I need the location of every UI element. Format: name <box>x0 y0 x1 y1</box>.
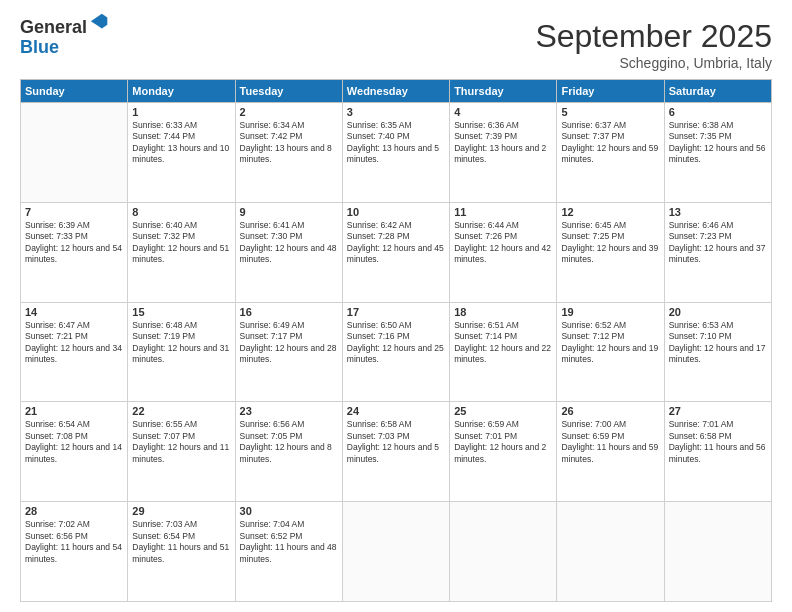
table-row: 19Sunrise: 6:52 AM Sunset: 7:12 PM Dayli… <box>557 302 664 402</box>
day-number: 11 <box>454 206 552 218</box>
calendar-header-row: Sunday Monday Tuesday Wednesday Thursday… <box>21 80 772 103</box>
table-row: 22Sunrise: 6:55 AM Sunset: 7:07 PM Dayli… <box>128 402 235 502</box>
table-row: 18Sunrise: 6:51 AM Sunset: 7:14 PM Dayli… <box>450 302 557 402</box>
day-info: Sunrise: 6:33 AM Sunset: 7:44 PM Dayligh… <box>132 120 230 166</box>
day-info: Sunrise: 6:34 AM Sunset: 7:42 PM Dayligh… <box>240 120 338 166</box>
day-number: 20 <box>669 306 767 318</box>
day-info: Sunrise: 7:04 AM Sunset: 6:52 PM Dayligh… <box>240 519 338 565</box>
table-row <box>21 103 128 203</box>
day-number: 17 <box>347 306 445 318</box>
day-number: 25 <box>454 405 552 417</box>
day-info: Sunrise: 6:52 AM Sunset: 7:12 PM Dayligh… <box>561 320 659 366</box>
day-info: Sunrise: 6:48 AM Sunset: 7:19 PM Dayligh… <box>132 320 230 366</box>
table-row: 26Sunrise: 7:00 AM Sunset: 6:59 PM Dayli… <box>557 402 664 502</box>
day-info: Sunrise: 6:41 AM Sunset: 7:30 PM Dayligh… <box>240 220 338 266</box>
day-info: Sunrise: 6:39 AM Sunset: 7:33 PM Dayligh… <box>25 220 123 266</box>
table-row: 16Sunrise: 6:49 AM Sunset: 7:17 PM Dayli… <box>235 302 342 402</box>
logo-text: General Blue <box>20 18 111 58</box>
table-row <box>664 502 771 602</box>
day-info: Sunrise: 6:38 AM Sunset: 7:35 PM Dayligh… <box>669 120 767 166</box>
day-number: 3 <box>347 106 445 118</box>
logo-blue: Blue <box>20 38 111 58</box>
table-row: 12Sunrise: 6:45 AM Sunset: 7:25 PM Dayli… <box>557 202 664 302</box>
day-number: 27 <box>669 405 767 417</box>
logo-general: General <box>20 18 87 38</box>
day-number: 28 <box>25 505 123 517</box>
table-row: 2Sunrise: 6:34 AM Sunset: 7:42 PM Daylig… <box>235 103 342 203</box>
table-row: 23Sunrise: 6:56 AM Sunset: 7:05 PM Dayli… <box>235 402 342 502</box>
day-number: 9 <box>240 206 338 218</box>
table-row: 6Sunrise: 6:38 AM Sunset: 7:35 PM Daylig… <box>664 103 771 203</box>
header-wednesday: Wednesday <box>342 80 449 103</box>
day-number: 14 <box>25 306 123 318</box>
day-info: Sunrise: 6:56 AM Sunset: 7:05 PM Dayligh… <box>240 419 338 465</box>
table-row: 14Sunrise: 6:47 AM Sunset: 7:21 PM Dayli… <box>21 302 128 402</box>
page: General Blue September 2025 Scheggino, U… <box>0 0 792 612</box>
table-row: 15Sunrise: 6:48 AM Sunset: 7:19 PM Dayli… <box>128 302 235 402</box>
day-info: Sunrise: 6:46 AM Sunset: 7:23 PM Dayligh… <box>669 220 767 266</box>
day-number: 6 <box>669 106 767 118</box>
day-info: Sunrise: 7:02 AM Sunset: 6:56 PM Dayligh… <box>25 519 123 565</box>
day-number: 22 <box>132 405 230 417</box>
header-thursday: Thursday <box>450 80 557 103</box>
header-sunday: Sunday <box>21 80 128 103</box>
table-row: 9Sunrise: 6:41 AM Sunset: 7:30 PM Daylig… <box>235 202 342 302</box>
calendar-table: Sunday Monday Tuesday Wednesday Thursday… <box>20 79 772 602</box>
table-row: 7Sunrise: 6:39 AM Sunset: 7:33 PM Daylig… <box>21 202 128 302</box>
day-info: Sunrise: 6:37 AM Sunset: 7:37 PM Dayligh… <box>561 120 659 166</box>
table-row: 5Sunrise: 6:37 AM Sunset: 7:37 PM Daylig… <box>557 103 664 203</box>
table-row: 25Sunrise: 6:59 AM Sunset: 7:01 PM Dayli… <box>450 402 557 502</box>
table-row: 20Sunrise: 6:53 AM Sunset: 7:10 PM Dayli… <box>664 302 771 402</box>
table-row: 27Sunrise: 7:01 AM Sunset: 6:58 PM Dayli… <box>664 402 771 502</box>
day-info: Sunrise: 6:54 AM Sunset: 7:08 PM Dayligh… <box>25 419 123 465</box>
table-row <box>450 502 557 602</box>
day-info: Sunrise: 6:45 AM Sunset: 7:25 PM Dayligh… <box>561 220 659 266</box>
day-number: 21 <box>25 405 123 417</box>
day-number: 1 <box>132 106 230 118</box>
day-info: Sunrise: 7:00 AM Sunset: 6:59 PM Dayligh… <box>561 419 659 465</box>
table-row: 3Sunrise: 6:35 AM Sunset: 7:40 PM Daylig… <box>342 103 449 203</box>
day-number: 2 <box>240 106 338 118</box>
calendar-week-row: 28Sunrise: 7:02 AM Sunset: 6:56 PM Dayli… <box>21 502 772 602</box>
day-info: Sunrise: 6:42 AM Sunset: 7:28 PM Dayligh… <box>347 220 445 266</box>
calendar-week-row: 7Sunrise: 6:39 AM Sunset: 7:33 PM Daylig… <box>21 202 772 302</box>
day-info: Sunrise: 6:53 AM Sunset: 7:10 PM Dayligh… <box>669 320 767 366</box>
header-saturday: Saturday <box>664 80 771 103</box>
day-info: Sunrise: 6:49 AM Sunset: 7:17 PM Dayligh… <box>240 320 338 366</box>
day-info: Sunrise: 6:55 AM Sunset: 7:07 PM Dayligh… <box>132 419 230 465</box>
day-number: 23 <box>240 405 338 417</box>
table-row: 1Sunrise: 6:33 AM Sunset: 7:44 PM Daylig… <box>128 103 235 203</box>
day-number: 30 <box>240 505 338 517</box>
day-number: 24 <box>347 405 445 417</box>
table-row: 8Sunrise: 6:40 AM Sunset: 7:32 PM Daylig… <box>128 202 235 302</box>
day-info: Sunrise: 6:51 AM Sunset: 7:14 PM Dayligh… <box>454 320 552 366</box>
title-block: September 2025 Scheggino, Umbria, Italy <box>535 18 772 71</box>
table-row: 10Sunrise: 6:42 AM Sunset: 7:28 PM Dayli… <box>342 202 449 302</box>
table-row: 29Sunrise: 7:03 AM Sunset: 6:54 PM Dayli… <box>128 502 235 602</box>
day-info: Sunrise: 6:36 AM Sunset: 7:39 PM Dayligh… <box>454 120 552 166</box>
day-number: 4 <box>454 106 552 118</box>
day-number: 8 <box>132 206 230 218</box>
logo-icon <box>89 12 111 34</box>
day-number: 26 <box>561 405 659 417</box>
table-row: 11Sunrise: 6:44 AM Sunset: 7:26 PM Dayli… <box>450 202 557 302</box>
table-row: 13Sunrise: 6:46 AM Sunset: 7:23 PM Dayli… <box>664 202 771 302</box>
table-row: 30Sunrise: 7:04 AM Sunset: 6:52 PM Dayli… <box>235 502 342 602</box>
day-number: 5 <box>561 106 659 118</box>
table-row: 28Sunrise: 7:02 AM Sunset: 6:56 PM Dayli… <box>21 502 128 602</box>
logo: General Blue <box>20 18 111 58</box>
day-number: 15 <box>132 306 230 318</box>
calendar-week-row: 14Sunrise: 6:47 AM Sunset: 7:21 PM Dayli… <box>21 302 772 402</box>
header-monday: Monday <box>128 80 235 103</box>
table-row: 21Sunrise: 6:54 AM Sunset: 7:08 PM Dayli… <box>21 402 128 502</box>
day-info: Sunrise: 6:58 AM Sunset: 7:03 PM Dayligh… <box>347 419 445 465</box>
day-number: 19 <box>561 306 659 318</box>
day-number: 16 <box>240 306 338 318</box>
table-row <box>557 502 664 602</box>
day-info: Sunrise: 7:01 AM Sunset: 6:58 PM Dayligh… <box>669 419 767 465</box>
day-info: Sunrise: 6:50 AM Sunset: 7:16 PM Dayligh… <box>347 320 445 366</box>
calendar-week-row: 1Sunrise: 6:33 AM Sunset: 7:44 PM Daylig… <box>21 103 772 203</box>
header-friday: Friday <box>557 80 664 103</box>
day-info: Sunrise: 6:35 AM Sunset: 7:40 PM Dayligh… <box>347 120 445 166</box>
day-info: Sunrise: 7:03 AM Sunset: 6:54 PM Dayligh… <box>132 519 230 565</box>
